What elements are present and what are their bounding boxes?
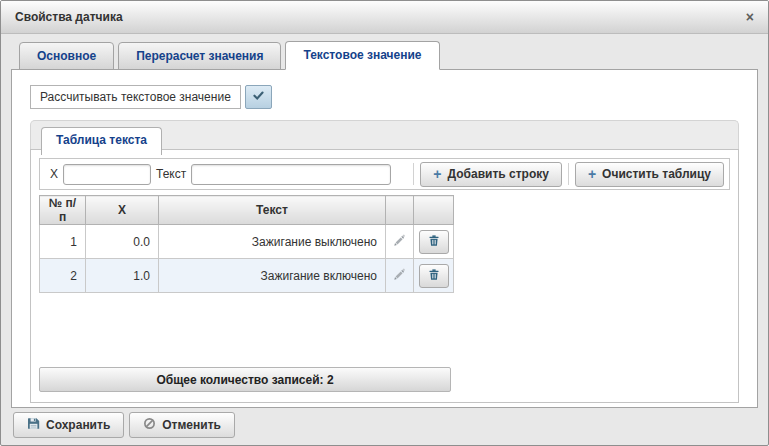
edit-pencil-icon[interactable] [393,268,406,281]
text-input[interactable] [191,164,391,185]
save-button[interactable]: Сохранить [13,412,124,438]
trash-icon [428,234,440,250]
row-num-cell: 1 [40,225,86,259]
row-num-cell: 2 [40,259,86,293]
header-text: Текст [159,196,386,225]
text-table-body-panel: X Текст + Добавить строку + Очистить таб… [30,149,739,403]
header-edit [386,196,414,225]
save-button-label: Сохранить [46,418,110,432]
text-table-tabstrip: Таблица текста [30,120,739,149]
main-tab-panel: Основное Перерасчет значения Текстовое з… [11,41,758,408]
row-text-cell: Зажигание включено [159,259,386,293]
text-table-rows: 1 0.0 Зажигание выключено [40,225,454,293]
x-input[interactable] [63,164,151,185]
checkmark-icon [252,89,265,105]
main-tabstrip: Основное Перерасчет значения Текстовое з… [11,41,758,69]
delete-row-button[interactable] [419,230,449,254]
record-count-label: Общее количество записей: 2 [156,373,333,387]
table-row: 1 0.0 Зажигание выключено [40,225,454,259]
clear-table-button[interactable]: + Очистить таблицу [575,162,724,187]
tab-text-value[interactable]: Текстовое значение [285,41,439,70]
tab-text-table[interactable]: Таблица текста [41,127,162,155]
header-delete [414,196,454,225]
dialog-title: Свойства датчика [15,10,123,24]
toolbar-separator [568,163,569,185]
edit-pencil-icon[interactable] [393,234,406,247]
text-table-panel: Таблица текста X Текст + Добавить строку [30,120,739,403]
text-table-toolbar: X Текст + Добавить строку + Очистить таб… [39,158,730,190]
clear-table-button-label: Очистить таблицу [602,167,711,181]
dialog-action-bar: Сохранить Отменить [13,412,235,438]
tab-general[interactable]: Основное [19,42,114,70]
header-x: X [86,196,159,225]
x-field-label: X [45,167,63,181]
save-floppy-icon [27,417,40,433]
row-x-cell: 0.0 [86,225,159,259]
cancel-button[interactable]: Отменить [129,412,235,438]
table-header-row: № п/п X Текст [40,196,454,225]
sensor-properties-dialog: Свойства датчика × Основное Перерасчет з… [0,0,769,446]
text-field-label: Текст [151,167,191,181]
dialog-titlebar: Свойства датчика × [1,1,768,34]
delete-row-button[interactable] [419,264,449,288]
add-row-button[interactable]: + Добавить строку [420,162,562,187]
calc-text-value-checkbox[interactable] [245,85,272,109]
text-value-tab-content: Рассчитывать текстовое значение Таблица … [11,69,758,408]
cancel-circle-slash-icon [143,417,156,433]
table-row: 2 1.0 Зажигание включено [40,259,454,293]
row-text-cell: Зажигание выключено [159,225,386,259]
row-x-cell: 1.0 [86,259,159,293]
add-row-button-label: Добавить строку [448,167,549,181]
close-icon[interactable]: × [746,10,754,24]
toolbar-separator [413,163,414,185]
trash-icon [428,268,440,284]
record-count-bar: Общее количество записей: 2 [39,367,451,392]
tab-recalc-value[interactable]: Перерасчет значения [118,42,281,70]
calc-text-value-row: Рассчитывать текстовое значение [30,85,739,109]
header-num: № п/п [40,196,86,225]
text-values-table: № п/п X Текст 1 0.0 Зажигание выключено [39,195,454,293]
plus-icon: + [433,167,441,181]
plus-icon: + [588,167,596,181]
cancel-button-label: Отменить [162,418,221,432]
calc-text-value-label: Рассчитывать текстовое значение [30,85,241,109]
